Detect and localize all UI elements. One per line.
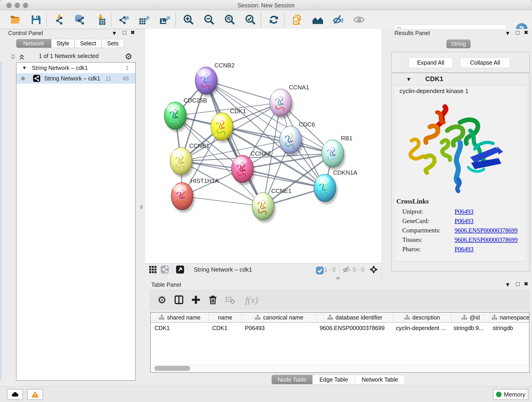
column-header-shared-name[interactable]: shared name — [151, 313, 209, 322]
control-panel-float-icon[interactable]: □ — [123, 29, 126, 36]
network-options-gear-icon[interactable]: ⚙ — [125, 52, 132, 61]
zoom-in-icon[interactable] — [182, 13, 195, 26]
tab-network-table[interactable]: Network Table — [355, 375, 405, 384]
crosslink-row: GeneCard: P06493 — [402, 217, 526, 225]
table-cell: stringdb:9... — [450, 323, 489, 333]
refresh-icon[interactable] — [268, 13, 280, 26]
control-panel-close-icon[interactable]: ✖ — [130, 29, 135, 36]
crosslink-link[interactable]: P06493 — [455, 217, 474, 225]
open-session-icon[interactable] — [9, 13, 22, 26]
string-home-icon[interactable] — [312, 13, 324, 26]
table-cell: P06493 — [241, 323, 316, 333]
network-node[interactable] — [211, 113, 234, 143]
tab-edge-table[interactable]: Edge Table — [312, 375, 355, 384]
show-columns-icon[interactable] — [173, 294, 184, 305]
column-header-name[interactable]: name — [209, 313, 242, 322]
protein-structure-image — [401, 99, 516, 197]
network-tree-row[interactable]: ▼ String Network – cdk11 — [17, 63, 135, 73]
network-node[interactable] — [252, 192, 276, 223]
table-panel-collapse-icon[interactable]: ▼ — [505, 281, 510, 288]
edge[interactable] — [206, 81, 263, 206]
selected-checkbox-icon[interactable] — [316, 266, 322, 273]
network-node[interactable] — [170, 147, 194, 177]
import-network-icon[interactable] — [53, 13, 65, 26]
network-node[interactable] — [195, 67, 219, 97]
network-graph[interactable]: CCNB2CCNA1CDC25BCDK1CDC6RB1CCNB1CCNA2CDK… — [145, 29, 382, 263]
tab-style[interactable]: Style — [51, 39, 75, 48]
splitter-handle[interactable] — [140, 205, 143, 209]
table-options-gear-icon[interactable]: ⚙ — [157, 294, 167, 305]
export-view-icon[interactable] — [176, 265, 184, 274]
entry-collapse-icon[interactable]: ▼ — [406, 76, 412, 83]
fit-selected-crosshair-icon[interactable] — [369, 265, 378, 274]
create-column-plus-icon[interactable] — [190, 294, 201, 305]
collapse-all-button[interactable]: Collapse All — [460, 57, 510, 68]
results-scrollbar[interactable] — [529, 73, 531, 270]
network-collection-label: String Network – cdk1 — [32, 65, 88, 71]
table-panel-float-icon[interactable]: □ — [516, 281, 520, 288]
results-panel-close-icon[interactable]: ✖ — [524, 29, 528, 36]
memory-button[interactable]: Memory — [493, 389, 528, 400]
network-node[interactable] — [314, 174, 337, 204]
network-node[interactable] — [171, 182, 195, 212]
control-panel-collapse-icon[interactable]: ▼ — [112, 30, 117, 36]
show-eye-icon[interactable] — [353, 13, 365, 26]
network-canvas[interactable]: CCNB2CCNA1CDC25BCDK1CDC6RB1CCNB1CCNA2CDK… — [145, 29, 382, 263]
network-selection-status: 1 of 1 Network selected — [16, 53, 121, 59]
crosslink-link[interactable]: P06493 — [455, 246, 474, 253]
warnings-button[interactable] — [27, 389, 43, 400]
table-row[interactable]: CDK1CDK1P064939606.ENSP00000378699cyclin… — [151, 323, 529, 333]
splitter-handle[interactable] — [336, 277, 340, 279]
tree-expander-icon[interactable]: ▼ — [22, 65, 27, 70]
hidden-eye-slash-icon[interactable] — [342, 265, 351, 274]
expand-all-button[interactable]: Expand All — [409, 57, 453, 68]
import-network-database-icon[interactable] — [74, 13, 86, 26]
crosslink-link[interactable]: P06493 — [455, 208, 474, 215]
results-panel-float-icon[interactable]: □ — [516, 29, 520, 36]
tab-select[interactable]: Select — [75, 39, 102, 48]
node-label: CDC25B — [184, 97, 207, 104]
tab-node-table[interactable]: Node Table — [272, 375, 313, 384]
cloud-status-button[interactable] — [7, 389, 23, 400]
crosslinks-list: Uniprot: P06493GeneCard: P06493Compartme… — [396, 206, 526, 255]
delete-column-trash-icon[interactable] — [207, 294, 218, 305]
crosslink-row: Compartments: 9606.ENSP00000378699 — [402, 227, 526, 234]
birds-eye-view-icon[interactable] — [148, 265, 157, 274]
column-header-canonical-name[interactable]: canonical name — [242, 313, 317, 322]
tab-sets[interactable]: Sets — [102, 39, 124, 48]
collapse-all-networks-icon[interactable] — [9, 53, 17, 61]
node-table[interactable]: shared namenamecanonical namedatabase id… — [150, 312, 530, 373]
node-label: CCNE1 — [271, 187, 291, 194]
export-image-icon[interactable] — [159, 13, 171, 26]
scrollbar-thumb[interactable] — [154, 366, 190, 371]
column-header-namespace[interactable]: namespace — [490, 313, 530, 322]
window-title: Session: New Session — [0, 2, 532, 9]
control-panel-title: Control Panel — [8, 30, 43, 36]
column-header-database-identifier[interactable]: database identifier — [317, 313, 393, 322]
network-tree-row[interactable]: String Network – cdk11148 — [17, 73, 135, 84]
export-table-icon[interactable] — [138, 13, 151, 26]
zoom-fit-icon[interactable] — [224, 13, 236, 26]
hide-unhide-icon[interactable] — [332, 13, 345, 26]
network-node[interactable] — [231, 155, 255, 185]
network-node[interactable] — [279, 126, 303, 156]
crosslink-link[interactable]: 9606.ENSP00000378699 — [455, 236, 518, 243]
tab-string[interactable]: String — [446, 39, 471, 48]
column-header--id[interactable]: @id — [451, 313, 490, 322]
network-node[interactable] — [270, 89, 293, 119]
results-panel-collapse-icon[interactable]: ▼ — [505, 30, 510, 36]
import-table-icon[interactable] — [94, 13, 107, 26]
export-network-icon[interactable] — [118, 13, 130, 26]
crosslink-link[interactable]: 9606.ENSP00000378699 — [455, 227, 518, 234]
results-panel-title: Results Panel — [394, 30, 430, 36]
zoom-selected-icon[interactable] — [244, 13, 257, 26]
table-panel-close-icon[interactable]: ✖ — [524, 281, 528, 287]
duplicate-network-icon[interactable] — [291, 13, 303, 26]
network-view-label: String Network – cdk1 — [44, 75, 100, 82]
tab-network[interactable]: Network — [16, 39, 51, 48]
zoom-out-icon[interactable] — [203, 13, 215, 26]
table-horizontal-scrollbar[interactable] — [151, 365, 528, 372]
column-header-description[interactable]: description — [393, 313, 451, 322]
network-node[interactable] — [322, 140, 345, 170]
save-session-icon[interactable] — [30, 13, 42, 26]
